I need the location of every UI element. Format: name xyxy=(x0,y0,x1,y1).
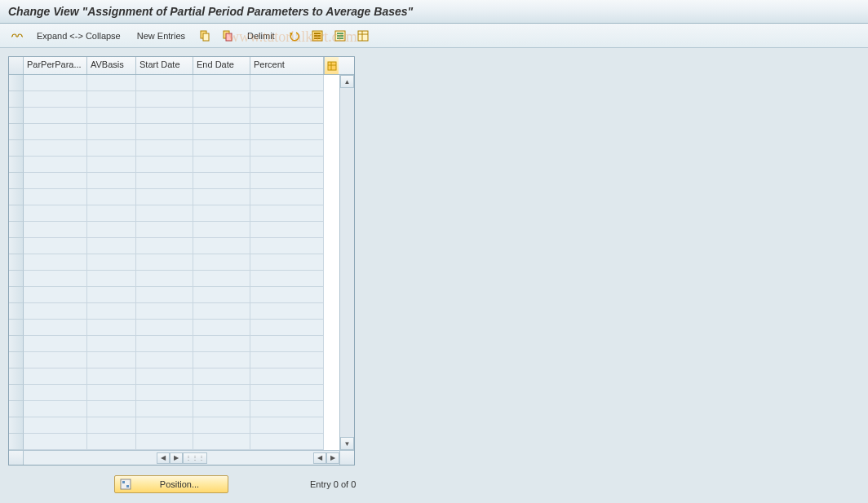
cell[interactable] xyxy=(24,157,87,173)
cell[interactable] xyxy=(250,189,324,205)
cell[interactable] xyxy=(87,91,136,108)
cell[interactable] xyxy=(136,189,193,205)
column-header-avbasis[interactable]: AVBasis xyxy=(87,57,136,74)
cell[interactable] xyxy=(24,401,87,417)
cell[interactable] xyxy=(136,140,193,157)
cell[interactable] xyxy=(87,401,136,417)
cell[interactable] xyxy=(193,271,250,287)
cell[interactable] xyxy=(250,173,324,189)
cell[interactable] xyxy=(193,401,250,417)
cell[interactable] xyxy=(87,287,136,303)
cell[interactable] xyxy=(250,254,324,271)
cell[interactable] xyxy=(193,173,250,189)
row-selector[interactable] xyxy=(9,385,24,401)
cell[interactable] xyxy=(250,352,324,368)
row-selector[interactable] xyxy=(9,368,24,385)
column-header-enddate[interactable]: End Date xyxy=(193,57,250,74)
undo-icon[interactable] xyxy=(284,28,305,44)
row-selector[interactable] xyxy=(9,238,24,254)
cell[interactable] xyxy=(250,222,324,238)
cell[interactable] xyxy=(136,108,193,124)
cell[interactable] xyxy=(136,205,193,222)
cell[interactable] xyxy=(193,417,250,434)
cell[interactable] xyxy=(136,124,193,140)
cell[interactable] xyxy=(136,222,193,238)
cell[interactable] xyxy=(87,303,136,320)
cell[interactable] xyxy=(193,75,250,91)
cell[interactable] xyxy=(87,320,136,336)
cell[interactable] xyxy=(193,287,250,303)
column-header-startdate[interactable]: Start Date xyxy=(136,57,193,74)
cell[interactable] xyxy=(250,287,324,303)
cell[interactable] xyxy=(136,417,193,434)
cell[interactable] xyxy=(87,271,136,287)
cell[interactable] xyxy=(250,303,324,320)
cell[interactable] xyxy=(87,417,136,434)
cell[interactable] xyxy=(87,205,136,222)
cell[interactable] xyxy=(24,271,87,287)
cell[interactable] xyxy=(87,222,136,238)
cell[interactable] xyxy=(193,254,250,271)
cell[interactable] xyxy=(24,385,87,401)
cell[interactable] xyxy=(87,238,136,254)
cell[interactable] xyxy=(24,108,87,124)
cell[interactable] xyxy=(136,385,193,401)
cell[interactable] xyxy=(193,352,250,368)
cell[interactable] xyxy=(24,238,87,254)
cell[interactable] xyxy=(87,124,136,140)
row-selector[interactable] xyxy=(9,124,24,140)
cell[interactable] xyxy=(193,205,250,222)
cell[interactable] xyxy=(193,124,250,140)
cell[interactable] xyxy=(193,368,250,385)
copy-icon[interactable] xyxy=(194,28,215,44)
cell[interactable] xyxy=(193,222,250,238)
column-header-parperpara[interactable]: ParPerPara... xyxy=(24,57,87,74)
cell[interactable] xyxy=(250,434,324,450)
cell[interactable] xyxy=(87,173,136,189)
cell[interactable] xyxy=(193,157,250,173)
cell[interactable] xyxy=(250,91,324,108)
cell[interactable] xyxy=(87,385,136,401)
cell[interactable] xyxy=(24,189,87,205)
row-selector[interactable] xyxy=(9,140,24,157)
cell[interactable] xyxy=(193,303,250,320)
cell[interactable] xyxy=(24,173,87,189)
cell[interactable] xyxy=(87,75,136,91)
cell[interactable] xyxy=(24,254,87,271)
cell[interactable] xyxy=(24,124,87,140)
row-selector[interactable] xyxy=(9,320,24,336)
vertical-scrollbar[interactable]: ▲ ▼ xyxy=(339,75,354,450)
cell[interactable] xyxy=(250,271,324,287)
cell[interactable] xyxy=(24,352,87,368)
select-all-icon[interactable] xyxy=(307,28,328,44)
cell[interactable] xyxy=(136,91,193,108)
hscroll-thumb[interactable]: ⋮⋮⋮ xyxy=(183,452,207,464)
scroll-right-end-icon[interactable]: ▶ xyxy=(326,452,339,464)
cell[interactable] xyxy=(24,140,87,157)
table-settings-icon[interactable] xyxy=(352,28,374,44)
cell[interactable] xyxy=(193,140,250,157)
cell[interactable] xyxy=(250,336,324,352)
cell[interactable] xyxy=(136,434,193,450)
row-selector[interactable] xyxy=(9,173,24,189)
cell[interactable] xyxy=(136,173,193,189)
cell[interactable] xyxy=(24,75,87,91)
cell[interactable] xyxy=(193,189,250,205)
cell[interactable] xyxy=(250,108,324,124)
cell[interactable] xyxy=(250,368,324,385)
cell[interactable] xyxy=(193,385,250,401)
scroll-left-end-icon[interactable]: ◀ xyxy=(313,452,326,464)
cell[interactable] xyxy=(250,238,324,254)
cell[interactable] xyxy=(24,222,87,238)
delimit-button[interactable]: Delimit xyxy=(240,28,282,44)
cell[interactable] xyxy=(250,75,324,91)
expand-collapse-button[interactable]: Expand <-> Collapse xyxy=(29,28,128,44)
scroll-right-icon[interactable]: ▶ xyxy=(170,452,183,464)
cell[interactable] xyxy=(87,254,136,271)
cell[interactable] xyxy=(87,368,136,385)
new-entries-button[interactable]: New Entries xyxy=(130,28,193,44)
row-selector[interactable] xyxy=(9,254,24,271)
cell[interactable] xyxy=(87,108,136,124)
row-selector[interactable] xyxy=(9,271,24,287)
cell[interactable] xyxy=(136,271,193,287)
